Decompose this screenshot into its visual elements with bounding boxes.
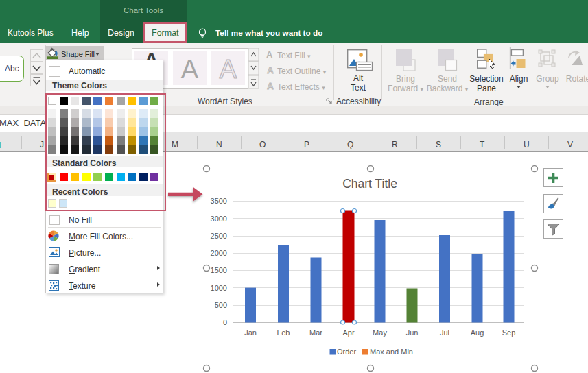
svg-text:A: A (220, 55, 237, 84)
svg-text:A: A (267, 81, 274, 91)
svg-text:A: A (267, 65, 274, 75)
